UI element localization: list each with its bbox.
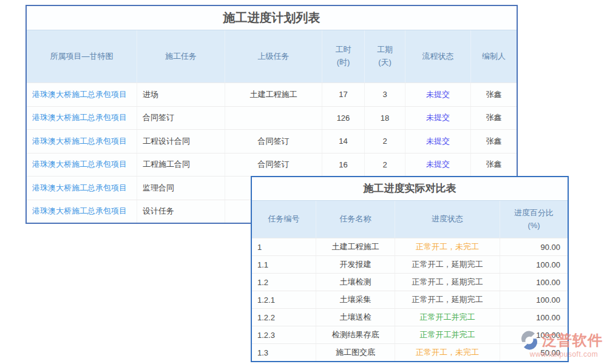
plan-col-hours: 工时 (时) bbox=[322, 30, 364, 83]
compare-col-no: 任务编号 bbox=[252, 201, 316, 238]
project-link[interactable]: 港珠澳大桥施工总承包项目 bbox=[32, 89, 127, 100]
task-cell: 工程施工合同 bbox=[137, 153, 225, 177]
table-row: 港珠澳大桥施工总承包项目 合同签订 126 18 未提交 张鑫 bbox=[27, 106, 517, 130]
days-cell: 3 bbox=[364, 83, 405, 106]
task-name-cell: 施工图交底 bbox=[316, 344, 395, 361]
percent-cell: 100.00 bbox=[500, 256, 568, 273]
flow-status-link[interactable]: 未提交 bbox=[426, 112, 450, 123]
percent-cell: 100.00 bbox=[500, 274, 568, 291]
progress-status-cell: 正常开工并完工 bbox=[395, 309, 500, 326]
compare-col-percent: 进度百分比 (%) bbox=[500, 201, 568, 238]
hours-cell: 16 bbox=[322, 153, 364, 177]
percent-cell: 100.00 bbox=[500, 309, 568, 326]
task-no-cell: 1 bbox=[252, 238, 316, 255]
task-no-cell: 1.2.3 bbox=[252, 326, 316, 343]
vendor-watermark: 泛普软件 www.fanpusoft.com bbox=[518, 329, 607, 359]
plan-col-flow: 流程状态 bbox=[405, 30, 470, 83]
days-cell: 2 bbox=[364, 130, 405, 153]
vendor-logo-icon bbox=[518, 329, 540, 351]
compare-table-title: 施工进度实际对比表 bbox=[252, 177, 568, 200]
parent-task-cell: 土建工程施工 bbox=[225, 83, 322, 106]
task-no-cell: 1.2 bbox=[252, 274, 316, 291]
author-cell: 张鑫 bbox=[470, 107, 517, 130]
vendor-url-text: www.fanpusoft.com bbox=[518, 350, 607, 359]
task-name-cell: 开发报建 bbox=[316, 256, 395, 273]
hours-cell: 126 bbox=[322, 107, 364, 130]
plan-col-project: 所属项目—甘特图 bbox=[27, 30, 137, 83]
parent-task-cell: 合同签订 bbox=[225, 153, 322, 177]
task-cell: 监理合同 bbox=[137, 177, 225, 200]
plan-col-task: 施工任务 bbox=[137, 30, 225, 83]
flow-status-link[interactable]: 未提交 bbox=[426, 159, 450, 170]
table-row: 港珠澳大桥施工总承包项目 工程设计合同 合同签订 14 2 未提交 张鑫 bbox=[27, 129, 517, 153]
flow-status-link[interactable]: 未提交 bbox=[426, 89, 450, 100]
task-no-cell: 1.3 bbox=[252, 344, 316, 361]
table-row: 1.2 土壤检测 正常开工，延期完工 100.00 bbox=[252, 273, 568, 291]
compare-col-name: 任务名称 bbox=[316, 201, 395, 238]
progress-status-cell: 正常开工，延期完工 bbox=[395, 274, 500, 291]
author-cell: 张鑫 bbox=[470, 153, 517, 177]
task-no-cell: 1.2.1 bbox=[252, 291, 316, 308]
author-cell: 张鑫 bbox=[470, 130, 517, 153]
task-name-cell: 检测结果存底 bbox=[316, 326, 395, 343]
days-cell: 18 bbox=[364, 107, 405, 130]
hours-cell: 14 bbox=[322, 130, 364, 153]
progress-status-cell: 正常开工，延期完工 bbox=[395, 256, 500, 273]
hours-cell: 17 bbox=[322, 83, 364, 106]
task-no-cell: 1.1 bbox=[252, 256, 316, 273]
progress-status-cell: 正常开工，未完工 bbox=[395, 344, 500, 361]
project-link[interactable]: 港珠澳大桥施工总承包项目 bbox=[32, 183, 127, 194]
plan-col-author: 编制人 bbox=[470, 30, 517, 83]
progress-status-cell: 正常开工，未完工 bbox=[395, 238, 500, 255]
percent-cell: 90.00 bbox=[500, 238, 568, 255]
logo-gray-swoosh bbox=[521, 331, 535, 342]
author-cell: 张鑫 bbox=[470, 83, 517, 106]
parent-task-cell bbox=[225, 107, 322, 130]
compare-col-status: 进度状态 bbox=[395, 201, 500, 238]
progress-status-cell: 正常开工并完工 bbox=[395, 326, 500, 343]
vendor-brand-text: 泛普软件 bbox=[542, 331, 603, 350]
task-name-cell: 土壤检测 bbox=[316, 274, 395, 291]
percent-cell: 100.00 bbox=[500, 291, 568, 308]
plan-table-header: 所属项目—甘特图 施工任务 上级任务 工时 (时) 工期 (天) 流程状态 编制… bbox=[27, 30, 517, 83]
table-row: 港珠澳大桥施工总承包项目 工程施工合同 合同签订 16 2 未提交 张鑫 bbox=[27, 153, 517, 177]
task-name-cell: 土壤采集 bbox=[316, 291, 395, 308]
task-name-cell: 土建工程施工 bbox=[316, 238, 395, 255]
table-row: 1.1 开发报建 正常开工，延期完工 100.00 bbox=[252, 255, 568, 273]
logo-blue-swoosh bbox=[524, 339, 537, 349]
table-row: 1.2.2 土壤送检 正常开工并完工 100.00 bbox=[252, 308, 568, 326]
project-link[interactable]: 港珠澳大桥施工总承包项目 bbox=[32, 159, 127, 170]
project-link[interactable]: 港珠澳大桥施工总承包项目 bbox=[32, 136, 127, 147]
plan-col-days: 工期 (天) bbox=[364, 30, 405, 83]
task-cell: 设计任务 bbox=[137, 200, 225, 223]
plan-table-title: 施工进度计划列表 bbox=[27, 6, 517, 30]
table-row: 1 土建工程施工 正常开工，未完工 90.00 bbox=[252, 238, 568, 255]
days-cell: 2 bbox=[364, 153, 405, 177]
parent-task-cell: 合同签订 bbox=[225, 130, 322, 153]
compare-table-header: 任务编号 任务名称 进度状态 进度百分比 (%) bbox=[252, 200, 568, 238]
table-row: 港珠澳大桥施工总承包项目 进场 土建工程施工 17 3 未提交 张鑫 bbox=[27, 83, 517, 106]
project-link[interactable]: 港珠澳大桥施工总承包项目 bbox=[32, 206, 127, 217]
table-row: 1.2.1 土壤采集 正常开工，延期完工 100.00 bbox=[252, 291, 568, 308]
progress-status-cell: 正常开工，延期完工 bbox=[395, 291, 500, 308]
task-cell: 合同签订 bbox=[137, 107, 225, 130]
flow-status-link[interactable]: 未提交 bbox=[426, 136, 450, 147]
task-name-cell: 土壤送检 bbox=[316, 309, 395, 326]
project-link[interactable]: 港珠澳大桥施工总承包项目 bbox=[32, 112, 127, 123]
plan-col-parent: 上级任务 bbox=[225, 30, 322, 83]
task-cell: 进场 bbox=[137, 83, 225, 106]
task-cell: 工程设计合同 bbox=[137, 130, 225, 153]
task-no-cell: 1.2.2 bbox=[252, 309, 316, 326]
